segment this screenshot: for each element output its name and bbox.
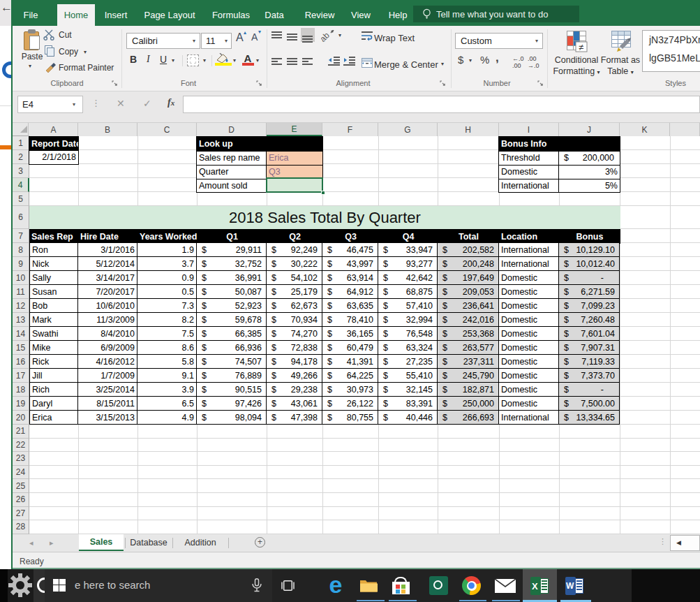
- svg-text:≠: ≠: [579, 42, 583, 52]
- svg-text:ab: ab: [321, 30, 332, 43]
